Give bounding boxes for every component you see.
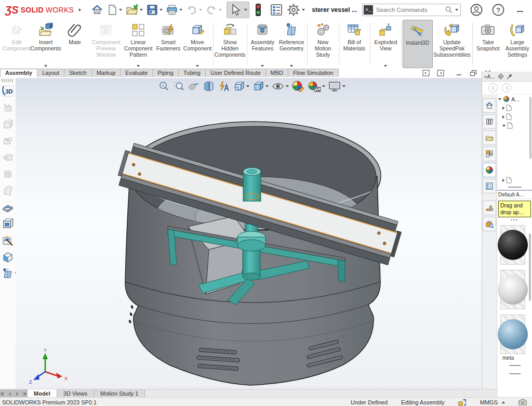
ribbon-new-motion-study-button[interactable]: New Motion Study (309, 20, 338, 68)
pane-resize-handle[interactable] (509, 365, 521, 366)
ribbon-insert-components-button[interactable]: Insert Components (31, 20, 60, 68)
appearance-thumbnail-dark[interactable] (500, 225, 525, 265)
shaft-top-hub[interactable] (243, 168, 261, 202)
bounding-box-tool-button[interactable] (1, 216, 15, 232)
print-button[interactable] (164, 2, 184, 18)
options-list-button[interactable] (268, 2, 285, 18)
tree-collapsed-icon[interactable] (502, 115, 504, 119)
search-input[interactable] (375, 6, 445, 14)
linear-pattern-dropdown-icon[interactable] (137, 65, 140, 67)
forward-arrow-icon[interactable] (502, 83, 511, 93)
design-library-tab-button[interactable] (483, 114, 496, 129)
task-pane-gear-icon[interactable] (498, 73, 504, 80)
task-pane-pin-icon[interactable] (507, 73, 513, 80)
insert-components-dropdown-icon[interactable] (44, 65, 47, 67)
tag-icon[interactable] (518, 399, 527, 406)
redo-dropdown-icon[interactable] (219, 9, 222, 11)
extrude-tool-button[interactable] (1, 116, 15, 132)
forming-tools-tab-button[interactable] (483, 201, 496, 215)
settings-dropdown-icon[interactable] (302, 9, 305, 11)
search-icon[interactable] (445, 6, 453, 14)
appearance-thumbnail-light[interactable] (500, 270, 525, 309)
ribbon-reference-geometry-button[interactable]: Reference Geometry (277, 20, 306, 68)
custom-properties-tab-button[interactable] (483, 179, 496, 193)
tab-markup[interactable]: Markup (91, 69, 121, 77)
model-tab[interactable]: Model (28, 389, 57, 398)
exploded-view-dropdown-icon[interactable] (384, 65, 387, 67)
3d-views-tab[interactable]: 3D Views (57, 389, 94, 398)
save-button[interactable] (144, 2, 164, 18)
pane-resize-handle[interactable] (509, 373, 521, 374)
sheet-metal-tool-button[interactable] (1, 200, 15, 215)
tab-layout[interactable]: Layout (37, 69, 64, 77)
tab-user-defined-route[interactable]: User Defined Route (205, 69, 266, 77)
tree-expanded-icon[interactable] (498, 98, 501, 100)
ribbon-bill-of-materials-button[interactable]: Bill of Materials (340, 20, 369, 68)
search-commands-box[interactable]: >_ (362, 4, 461, 16)
back-arrow-icon[interactable] (488, 83, 498, 93)
print-dropdown-icon[interactable] (179, 9, 182, 11)
undo-dropdown-icon[interactable] (199, 9, 202, 11)
minimize-window-button[interactable] (514, 2, 526, 18)
graphics-viewport[interactable]: Y X Z (16, 78, 483, 389)
tab-tubing[interactable]: Tubing (178, 69, 206, 77)
select-dropdown-icon[interactable] (244, 9, 247, 11)
ribbon-exploded-view-button[interactable]: Exploded View (371, 20, 400, 68)
tab-sketch[interactable]: Sketch (64, 69, 92, 77)
ribbon-move-component-button[interactable]: Move Component (183, 20, 212, 68)
assembly-features-dropdown-icon[interactable] (261, 65, 264, 67)
fillet-tool-button[interactable] (1, 183, 15, 199)
open-dropdown-icon[interactable] (140, 9, 143, 11)
stirrer-vessel-model[interactable]: Y X Z (16, 78, 483, 389)
cut-tool-button[interactable] (1, 166, 15, 182)
thumbnail-splitter-dots[interactable]: ••• (497, 219, 532, 223)
select-tool-button[interactable] (227, 2, 249, 18)
tree-collapsed-icon[interactable] (502, 179, 504, 182)
tab-mbd[interactable]: MBD (265, 69, 288, 77)
ribbon-component-preview-window-button[interactable]: Component Preview Window (89, 20, 123, 68)
interference-light-button[interactable] (254, 2, 263, 18)
appearances-tree-root[interactable]: A... (497, 95, 532, 103)
ribbon-show-hidden-components-button[interactable]: Show Hidden Components (214, 20, 245, 68)
thumbnail-scrollbar[interactable] (529, 233, 531, 301)
task-pane-collapse-label[interactable]: «A... (484, 74, 495, 80)
save-dropdown-icon[interactable] (159, 9, 163, 11)
tree-collapsed-icon[interactable] (502, 107, 504, 110)
appearance-folder-item-expanded[interactable] (497, 121, 532, 130)
previous-document-pane-icon[interactable] (422, 70, 430, 76)
tab-piping[interactable]: Piping (152, 69, 179, 77)
units-dropdown-icon[interactable] (502, 401, 505, 403)
assembly-visualization-icon[interactable] (458, 399, 467, 406)
weldment-tool-button[interactable] (1, 100, 15, 115)
appearance-thumbnail-blue[interactable] (500, 315, 525, 354)
appearance-folder-item[interactable] (497, 112, 532, 121)
ribbon-linear-component-pattern-button[interactable]: Linear Component Pattern (123, 20, 154, 68)
appearances-tab-button[interactable] (483, 163, 496, 177)
reference-plane-tool-button[interactable] (1, 266, 15, 282)
login-button[interactable] (468, 2, 485, 18)
home-button[interactable] (89, 2, 105, 18)
home-tab-button[interactable] (483, 98, 496, 113)
sketch-3d-button[interactable]: 3D (1, 83, 15, 99)
new-document-dropdown-icon[interactable] (119, 9, 122, 11)
toolbox-tab-button[interactable] (483, 217, 496, 231)
pane-splitter-handle[interactable] (508, 187, 522, 188)
surface-tool-button[interactable] (1, 250, 15, 265)
settings-button[interactable] (285, 2, 307, 18)
undo-button[interactable] (184, 2, 204, 18)
toolbar-drag-handle[interactable] (2, 79, 14, 82)
file-explorer-tab-button[interactable] (483, 130, 496, 145)
open-button[interactable] (124, 2, 144, 18)
revolve-tool-button[interactable] (1, 133, 15, 149)
reference-geometry-dropdown-icon[interactable] (290, 65, 293, 67)
redo-button[interactable] (204, 2, 223, 18)
previous-tab-button[interactable] (7, 390, 14, 397)
search-dropdown-icon[interactable] (455, 9, 458, 11)
tab-assembly[interactable]: Assembly (0, 69, 37, 77)
appearance-folder-item[interactable] (497, 176, 532, 185)
ribbon-take-snapshot-button[interactable]: Take Snapshot (473, 20, 502, 68)
first-tab-button[interactable] (0, 390, 6, 397)
units-label[interactable]: MMGS (480, 399, 498, 405)
last-tab-button[interactable] (21, 390, 28, 397)
ribbon-instant3d-button[interactable]: Instant3D (403, 20, 433, 68)
